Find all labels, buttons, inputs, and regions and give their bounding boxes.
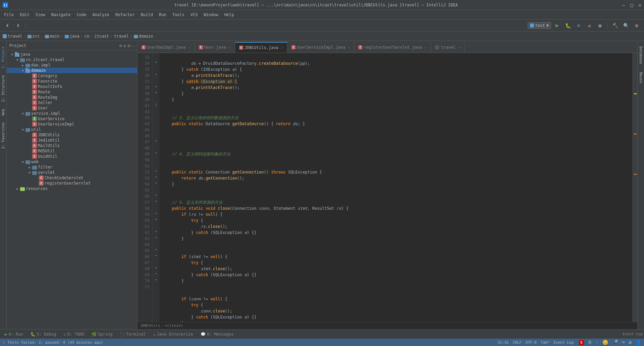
tab-messages[interactable]: 💬 0: Messages (197, 331, 237, 337)
menu-analyze[interactable]: Analyze (90, 12, 112, 18)
status-position[interactable]: 31:16 (497, 340, 508, 345)
panel-close-icon[interactable]: — (132, 43, 135, 48)
breadcrumb-item-main[interactable]: main (45, 34, 60, 39)
coverage-btn[interactable]: ⊕ (574, 21, 583, 30)
menu-vcs[interactable]: VCS (188, 12, 201, 18)
tab-travel[interactable]: travel ✕ (431, 42, 465, 53)
tree-item-routeimg[interactable]: C RouteImg (7, 95, 137, 100)
menu-help[interactable]: Help (222, 12, 237, 18)
breadcrumb-item-travel[interactable]: travel (3, 34, 22, 39)
database-tab[interactable]: Database (638, 44, 644, 67)
status-event-log[interactable]: Event Log (553, 340, 574, 345)
ime-punctuation[interactable]: · (596, 340, 598, 345)
tree-item-jedisutil[interactable]: C JedisUtil (7, 138, 137, 143)
search-everywhere-btn[interactable]: 🔍 (621, 21, 631, 30)
menu-edit[interactable]: Edit (17, 12, 32, 18)
tree-item-filter[interactable]: ▶ filter (7, 164, 137, 170)
tab-run[interactable]: ▶ 4: Run (1, 331, 26, 337)
tab-close-jdbcutils[interactable]: ✕ (281, 46, 283, 50)
tab-terminal[interactable]: ⬛ Terminal (117, 331, 149, 337)
tab-close-registeruserservlet[interactable]: ✕ (425, 46, 427, 49)
maximize-btn[interactable]: □ (630, 2, 633, 8)
tab-close-user[interactable]: ✕ (229, 46, 231, 49)
tab-close-userserviceimpl[interactable]: ✕ (348, 46, 350, 49)
maven-tab[interactable]: Maven (638, 69, 644, 86)
menu-code[interactable]: Code (74, 12, 89, 18)
mic-icon[interactable]: 🎤 (612, 340, 618, 345)
tree-item-user[interactable]: C User (7, 105, 137, 111)
tree-item-jdbcutils[interactable]: C JDBCUtils (7, 132, 137, 138)
menu-build[interactable]: Build (138, 12, 156, 18)
tree-item-registeruserservlet[interactable]: C registerUserServlet (7, 181, 137, 186)
tree-item-seller[interactable]: C Seller (7, 100, 137, 105)
close-btn[interactable]: ✕ (639, 2, 641, 8)
build-project-btn[interactable]: 🔨 (610, 21, 620, 30)
tab-userserviceimpl[interactable]: C UserServiceImpl.java ✕ (287, 42, 355, 53)
editor-scrollbar[interactable] (633, 53, 637, 322)
structure-tab[interactable]: 2: Structure (0, 72, 6, 104)
breadcrumb-item-domain[interactable]: domain (134, 34, 153, 39)
tab-close-userdaoimpl[interactable]: ✕ (189, 46, 191, 49)
tree-item-resources[interactable]: ▶ resources (7, 186, 137, 191)
tab-registeruserservlet[interactable]: C registerUserServlet.java ✕ (354, 42, 431, 53)
tree-item-route[interactable]: C Route (7, 89, 137, 95)
tree-item-checkcodeservlet[interactable]: C CheckCodeServlet (7, 175, 137, 181)
tree-item-dao[interactable]: ▶ dao.impl (7, 62, 137, 68)
tab-close-travel[interactable]: ✕ (458, 46, 460, 49)
profile-btn[interactable]: ↺ (585, 21, 594, 30)
breadcrumb-item-cn[interactable]: cn (85, 34, 89, 39)
tab-spring[interactable]: 🌿 Spring (88, 331, 116, 337)
tab-userdaoimpl[interactable]: C UserDaoImpl.java ✕ (138, 42, 195, 53)
menu-tools[interactable]: Tools (170, 12, 187, 18)
menu-window[interactable]: Window (201, 12, 221, 18)
tree-item-mailutils[interactable]: C MailUtils (7, 143, 137, 148)
tab-debug[interactable]: 🐛 5: Debug (27, 331, 60, 337)
breadcrumb-jdbcutils[interactable]: JDBCUtils (140, 324, 160, 328)
panel-sort-icon[interactable]: ⇅ (123, 43, 126, 48)
tab-todo[interactable]: ☑ 6: TODO (60, 331, 88, 337)
breadcrumb-item-travel2[interactable]: travel (114, 34, 128, 39)
minimize-btn[interactable]: — (622, 2, 625, 8)
tree-item-uuidutil[interactable]: C UuidUtil (7, 154, 137, 159)
tree-item-userservice[interactable]: I UserService (7, 116, 137, 121)
keyboard-icon[interactable]: ⌨ (622, 340, 625, 345)
status-test-text[interactable]: Tests failed: 2, passed: 0 (45 minutes a… (8, 340, 103, 345)
code-content[interactable]: ds = DruidDataSourceFactory.createDataSo… (159, 53, 633, 322)
tree-item-md5util[interactable]: C Md5Util (7, 148, 137, 154)
status-line-ending[interactable]: CRLF (513, 340, 522, 345)
ime-icon[interactable]: S (579, 340, 584, 345)
settings-btn[interactable]: ⚙ (632, 21, 641, 30)
forward-btn[interactable] (13, 21, 23, 30)
tree-item-domain[interactable]: ▼ domain (7, 68, 137, 73)
breadcrumb-item-src[interactable]: src (28, 34, 40, 39)
breadcrumb-clinit[interactable]: <clinit> (165, 324, 183, 328)
run-config-selector[interactable]: test ▼ (528, 22, 551, 29)
emoji-icon[interactable]: 😊 (602, 340, 608, 345)
tree-item-favorite[interactable]: C Favorite (7, 79, 137, 84)
menu-navigate[interactable]: Navigate (49, 12, 73, 18)
tree-item-servlet[interactable]: ▼ servlet (7, 170, 137, 175)
tree-item-web[interactable]: ▼ web (7, 159, 137, 164)
ime-mode[interactable]: 英 (588, 340, 592, 345)
status-encoding[interactable]: UTF-8 (526, 340, 537, 345)
tab-javaee[interactable]: ☕ Java Enterprise (150, 331, 197, 337)
tree-item-userserviceimpl[interactable]: C UserServiceImpl (7, 121, 137, 127)
tree-item-util[interactable]: ▼ util (7, 127, 137, 132)
settings2-icon[interactable]: ⚙ (629, 340, 632, 345)
user2-icon[interactable]: 👤 (636, 340, 641, 345)
menu-refactor[interactable]: Refactor (113, 12, 138, 18)
favorites-tab[interactable]: 2: Favorites (0, 119, 6, 151)
menu-view[interactable]: View (33, 12, 48, 18)
tree-item-java[interactable]: ▼ java (7, 52, 137, 57)
tree-item-service[interactable]: ▼ service.impl (7, 111, 137, 116)
event-log-btn[interactable]: Event Log (623, 332, 643, 336)
web-tab[interactable]: Web (0, 106, 6, 118)
menu-file[interactable]: File (1, 12, 16, 18)
back-btn[interactable] (3, 21, 12, 30)
menu-run[interactable]: Run (156, 12, 169, 18)
tab-user[interactable]: C User.java ✕ (195, 42, 235, 53)
panel-gear-icon[interactable]: ⊕ (119, 43, 122, 48)
run-btn[interactable]: ▶ (552, 21, 562, 30)
tree-item-category[interactable]: C Category (7, 73, 137, 79)
panel-settings-icon[interactable]: ⚙ (127, 43, 130, 48)
